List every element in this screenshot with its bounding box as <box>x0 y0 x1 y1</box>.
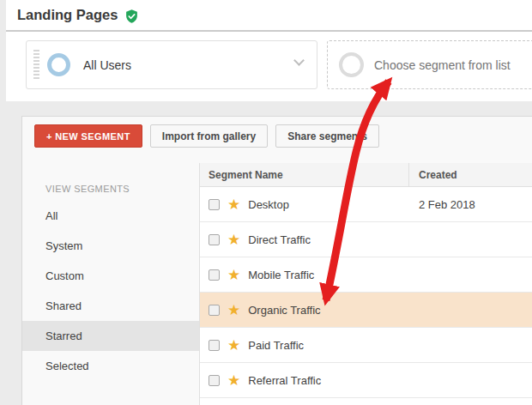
sidebar-item-system[interactable]: System <box>22 231 199 261</box>
segments-panel: + NEW SEGMENT Import from gallery Share … <box>21 116 532 405</box>
table-row[interactable]: ★ Paid Traffic <box>200 328 532 363</box>
sidebar-item-shared[interactable]: Shared <box>22 291 199 321</box>
star-icon[interactable]: ★ <box>227 197 240 212</box>
row-checkbox[interactable] <box>209 199 220 210</box>
segment-name[interactable]: Desktop <box>248 198 289 211</box>
table-row-highlighted[interactable]: ★ Organic Traffic <box>200 293 532 328</box>
segment-name[interactable]: Paid Traffic <box>248 339 304 352</box>
verified-shield-icon <box>124 9 139 24</box>
row-checkbox[interactable] <box>209 340 220 351</box>
table-row[interactable]: ★ Mobile Traffic <box>200 257 532 293</box>
choose-segment-chip[interactable]: Choose segment from list <box>327 40 532 89</box>
drag-handle-icon[interactable] <box>33 50 39 81</box>
star-icon[interactable]: ★ <box>227 303 240 317</box>
sidebar-item-starred[interactable]: Starred <box>22 321 199 351</box>
title-bar: Landing Pages <box>6 0 532 32</box>
sidebar-header: VIEW SEGMENTS <box>22 163 199 201</box>
chevron-down-icon[interactable] <box>293 55 305 66</box>
share-segments-button[interactable]: Share segments <box>275 124 379 148</box>
new-segment-button[interactable]: + NEW SEGMENT <box>34 124 142 148</box>
segment-name[interactable]: Mobile Traffic <box>248 269 314 281</box>
star-icon[interactable]: ★ <box>227 268 240 282</box>
created-date: 2 Feb 2018 <box>419 198 475 211</box>
sidebar-item-selected[interactable]: Selected <box>22 351 199 381</box>
table-row[interactable]: ★ Desktop 2 Feb 2018 <box>200 187 532 222</box>
table-row[interactable]: ★ Referral Traffic <box>200 363 532 398</box>
empty-segment-circle-icon <box>339 52 364 77</box>
import-from-gallery-button[interactable]: Import from gallery <box>150 124 268 148</box>
star-icon[interactable]: ★ <box>227 338 240 353</box>
column-header-segment-name: Segment Name <box>209 169 283 181</box>
current-segment-label: All Users <box>83 58 131 72</box>
segment-name[interactable]: Direct Traffic <box>248 233 311 246</box>
page: Landing Pages All Users Choose segment f… <box>0 0 532 405</box>
segments-table: Segment Name Created ★ Desktop 2 Feb 201… <box>199 163 532 405</box>
table-header: Segment Name Created <box>200 163 532 187</box>
star-icon[interactable]: ★ <box>227 233 240 247</box>
row-checkbox[interactable] <box>209 269 220 281</box>
current-segment-chip[interactable]: All Users <box>26 40 317 89</box>
segment-circle-icon <box>47 53 70 76</box>
segment-name[interactable]: Referral Traffic <box>248 374 321 387</box>
segment-name[interactable]: Organic Traffic <box>248 304 320 317</box>
sidebar-item-custom[interactable]: Custom <box>22 261 199 291</box>
star-icon[interactable]: ★ <box>227 373 240 388</box>
choose-segment-label: Choose segment from list <box>374 58 511 72</box>
page-title: Landing Pages <box>17 7 118 23</box>
segments-toolbar: + NEW SEGMENT Import from gallery Share … <box>34 124 379 148</box>
header-region: Landing Pages All Users Choose segment f… <box>6 0 532 101</box>
row-checkbox[interactable] <box>209 305 220 316</box>
row-checkbox[interactable] <box>209 234 220 245</box>
row-checkbox[interactable] <box>209 375 220 386</box>
sidebar-item-all[interactable]: All <box>22 201 199 231</box>
table-row[interactable]: ★ Direct Traffic <box>200 222 532 257</box>
view-segments-sidebar: VIEW SEGMENTS All System Custom Shared S… <box>22 163 199 405</box>
column-header-created: Created <box>419 169 457 181</box>
